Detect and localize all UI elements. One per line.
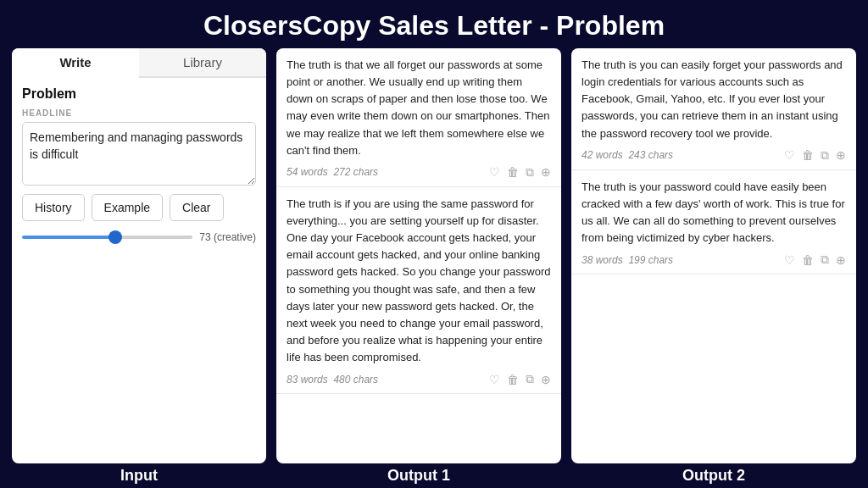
section-label: Problem [22,86,256,102]
plus-icon-2[interactable]: ⊕ [541,373,551,386]
plus-icon-1[interactable]: ⊕ [541,165,551,179]
clear-button[interactable]: Clear [170,194,223,221]
heart-icon-1[interactable]: ♡ [489,165,500,179]
output1-panel: The truth is that we all forget our pass… [276,48,561,463]
copy-icon-1[interactable]: ⧉ [526,165,534,180]
output1-icons-1: ♡ 🗑 ⧉ ⊕ [489,165,551,180]
output1-meta-1: 54 words 272 chars [287,166,378,178]
input-panel: Write Library Problem HEADLINE Rememberi… [12,48,266,463]
slider-row: 73 (creative) [22,231,256,243]
output2-label: Output 2 [566,467,861,488]
tab-write[interactable]: Write [12,48,139,78]
output2-text-1: The truth is you can easily forget your … [581,57,846,142]
output1-card-1: The truth is that we all forget our pass… [276,48,561,187]
headline-label: HEADLINE [22,108,256,118]
copy-icon-3[interactable]: ⧉ [821,148,829,163]
plus-icon-3[interactable]: ⊕ [836,148,846,162]
output2-panel: The truth is you can easily forget your … [571,48,856,463]
input-label: Input [7,467,271,488]
output2-icons-1: ♡ 🗑 ⧉ ⊕ [784,148,846,163]
output1-icons-2: ♡ 🗑 ⧉ ⊕ [489,372,551,386]
plus-icon-4[interactable]: ⊕ [836,253,846,267]
output1-label: Output 1 [271,467,566,488]
output1-card-2: The truth is if you are using the same p… [276,187,561,394]
output1-text-1: The truth is that we all forget our pass… [287,57,551,159]
trash-icon-3[interactable]: 🗑 [802,148,814,162]
output2-scroll[interactable]: The truth is you can easily forget your … [571,48,856,463]
page-title: ClosersCopy Sales Letter - Problem [0,0,868,48]
output2-card-2: The truth is your password could have ea… [571,170,856,275]
slider-label: 73 (creative) [199,231,256,243]
history-button[interactable]: History [22,194,85,221]
output1-scroll[interactable]: The truth is that we all forget our pass… [276,48,561,463]
trash-icon-1[interactable]: 🗑 [507,165,519,179]
bottom-labels: Input Output 1 Output 2 [0,467,868,488]
output2-icons-2: ♡ 🗑 ⧉ ⊕ [784,252,846,267]
copy-icon-4[interactable]: ⧉ [821,252,829,267]
trash-icon-2[interactable]: 🗑 [507,373,519,386]
output1-text-2: The truth is if you are using the same p… [287,196,551,366]
heart-icon-4[interactable]: ♡ [784,253,795,267]
output2-meta-2: 38 words 199 chars [581,254,673,266]
heart-icon-2[interactable]: ♡ [489,373,500,386]
heart-icon-3[interactable]: ♡ [784,148,795,162]
creative-slider[interactable] [22,236,192,239]
output2-meta-1: 42 words 243 chars [581,149,673,161]
headline-input[interactable]: Remembering and managing passwords is di… [22,122,256,186]
tab-library[interactable]: Library [139,48,266,76]
example-button[interactable]: Example [92,194,163,221]
output2-card-1: The truth is you can easily forget your … [571,48,856,170]
watermark: Kripesh Adwani [765,448,841,461]
tab-bar: Write Library [12,48,266,78]
output1-meta-2: 83 words 480 chars [287,374,378,385]
output2-text-2: The truth is your password could have ea… [581,179,846,247]
action-buttons: History Example Clear [22,194,256,221]
trash-icon-4[interactable]: 🗑 [802,253,814,267]
copy-icon-2[interactable]: ⧉ [526,372,534,386]
